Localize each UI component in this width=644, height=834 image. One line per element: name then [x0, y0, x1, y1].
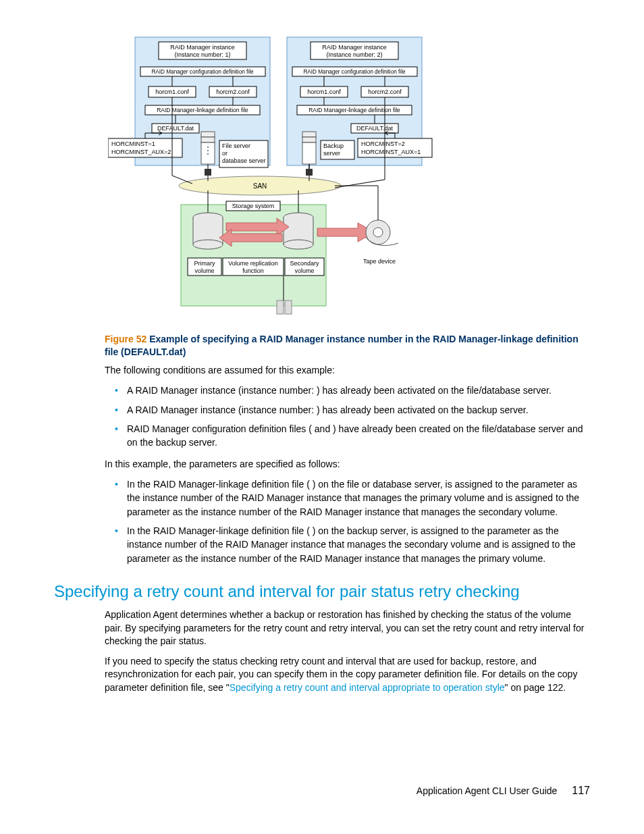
figure-number: Figure 52 — [105, 334, 149, 344]
file-server-icon — [201, 132, 215, 164]
list-item: A RAID Manager instance (instance number… — [115, 403, 590, 417]
conditions-list: A RAID Manager instance (instance number… — [115, 384, 590, 449]
svg-rect-107 — [277, 301, 284, 314]
svg-text:Primary: Primary — [194, 260, 215, 267]
raid-manager-diagram: RAID Manager instance (Instance number: … — [108, 34, 590, 319]
section-heading-retry: Specifying a retry count and interval fo… — [54, 581, 590, 602]
svg-text:DEFAULT.dat: DEFAULT.dat — [356, 125, 393, 132]
svg-text:RAID Manager instance: RAID Manager instance — [322, 44, 387, 51]
svg-text:HORCMINST=1: HORCMINST=1 — [111, 140, 155, 147]
svg-text:horcm1.conf: horcm1.conf — [155, 88, 189, 95]
svg-text:RAID Manager configuration def: RAID Manager configuration definition fi… — [303, 69, 406, 75]
svg-rect-46 — [201, 132, 215, 137]
paragraph-params-intro: In this example, the parameters are spec… — [105, 458, 590, 471]
figure-caption: Figure 52 Example of specifying a RAID M… — [105, 333, 590, 359]
paragraph-retry-2b: " on page 122. — [505, 682, 566, 693]
svg-point-86 — [284, 240, 313, 249]
svg-text:RAID Manager instance: RAID Manager instance — [170, 44, 235, 51]
svg-text:(Instance number: 2): (Instance number: 2) — [326, 51, 382, 58]
svg-text:server: server — [323, 150, 340, 157]
svg-rect-56 — [302, 132, 316, 137]
footer-doc-title: Application Agent CLI User Guide — [417, 785, 558, 796]
svg-text:function: function — [242, 267, 264, 274]
svg-text:Backup: Backup — [323, 142, 344, 149]
svg-rect-106 — [205, 169, 211, 176]
svg-text:volume: volume — [194, 267, 214, 274]
svg-point-100 — [373, 228, 383, 237]
svg-point-51 — [207, 153, 209, 155]
list-item: In the RAID Manager-linkage definition f… — [115, 477, 590, 519]
page-footer: Application Agent CLI User Guide 117 — [417, 785, 590, 797]
paragraph-conditions-intro: The following conditions are assumed for… — [105, 364, 590, 377]
params-list: In the RAID Manager-linkage definition f… — [115, 477, 590, 565]
svg-text:horcm1.conf: horcm1.conf — [307, 88, 341, 95]
svg-line-67 — [172, 176, 192, 184]
svg-text:database server: database server — [222, 157, 266, 164]
svg-text:Secondary: Secondary — [290, 260, 319, 267]
paragraph-retry-1: Application Agent determines whether a b… — [105, 608, 590, 648]
paragraph-retry-2: If you need to specify the status checki… — [105, 655, 590, 695]
svg-text:RAID Manager-linkage definitio: RAID Manager-linkage definition file — [157, 107, 248, 113]
svg-text:(Instance number: 1): (Instance number: 1) — [174, 51, 230, 58]
secondary-volume-icon — [284, 213, 313, 249]
svg-rect-47 — [201, 137, 215, 142]
link-operation-style[interactable]: Specifying a retry count and interval ap… — [230, 682, 505, 693]
svg-text:volume: volume — [294, 267, 314, 274]
svg-text:Tape device: Tape device — [363, 258, 396, 265]
svg-text:HORCMINST_AUX=2: HORCMINST_AUX=2 — [111, 149, 171, 155]
svg-text:Volume replication: Volume replication — [228, 260, 278, 267]
svg-point-49 — [207, 147, 209, 148]
backup-server-icon — [302, 132, 316, 164]
list-item: RAID Manager configuration definition fi… — [115, 422, 590, 450]
svg-text:HORCMINST_AUX=1: HORCMINST_AUX=1 — [361, 149, 421, 155]
list-item: A RAID Manager instance (instance number… — [115, 384, 590, 397]
svg-text:HORCMINST=2: HORCMINST=2 — [361, 140, 405, 147]
svg-text:horcm2.conf: horcm2.conf — [368, 88, 402, 95]
list-item: In the RAID Manager-linkage definition f… — [115, 524, 590, 565]
svg-text:RAID Manager-linkage definitio: RAID Manager-linkage definition file — [308, 107, 400, 113]
figure-caption-text: Example of specifying a RAID Manager ins… — [105, 334, 579, 357]
svg-rect-57 — [302, 137, 316, 142]
svg-line-71 — [335, 180, 385, 188]
svg-text:Storage system: Storage system — [232, 203, 275, 209]
svg-text:SAN: SAN — [253, 182, 267, 190]
svg-text:File server: File server — [222, 142, 250, 149]
svg-rect-108 — [285, 301, 292, 314]
svg-text:horcm2.conf: horcm2.conf — [216, 88, 250, 95]
svg-point-50 — [207, 150, 209, 151]
svg-text:DEFAULT.dat: DEFAULT.dat — [157, 125, 194, 132]
svg-text:or: or — [222, 150, 227, 157]
primary-volume-icon — [193, 213, 223, 249]
svg-rect-58 — [302, 142, 316, 164]
tape-device-icon — [366, 220, 398, 246]
svg-text:RAID Manager configuration def: RAID Manager configuration definition fi… — [151, 69, 254, 75]
svg-rect-105 — [306, 169, 313, 176]
footer-page-number: 117 — [572, 785, 590, 796]
svg-point-81 — [193, 240, 223, 249]
